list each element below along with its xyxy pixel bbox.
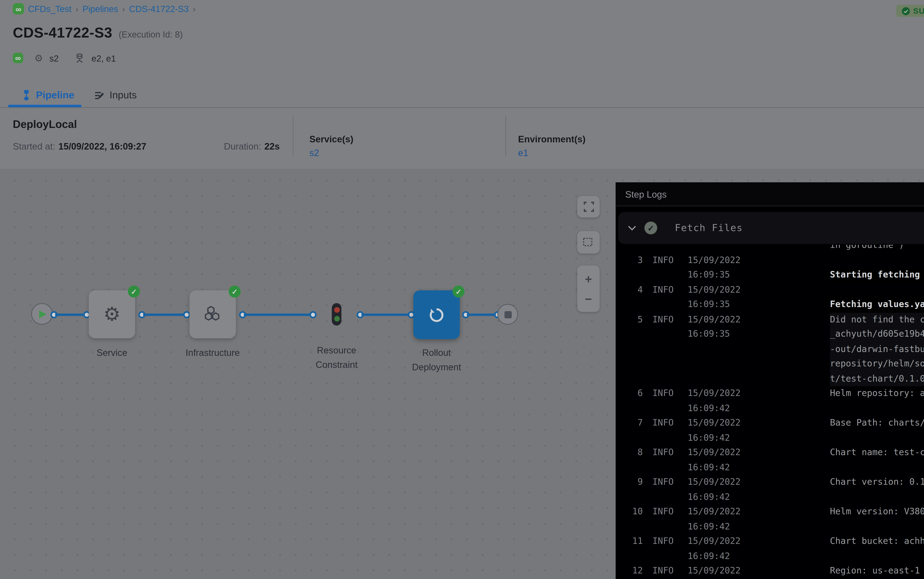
- node-service[interactable]: ⚙ ✓: [89, 290, 135, 339]
- services-block: Service(s) s2: [309, 134, 353, 157]
- log-line: 3INFO15/09/2022 16:09:35Starting fetchin…: [615, 253, 924, 283]
- step-success-icon: ✓: [645, 221, 657, 234]
- divider: [505, 116, 506, 156]
- log-message: Chart version: 0.1.0: [830, 475, 924, 505]
- success-check-icon: ✓: [128, 286, 140, 298]
- log-message: Fetching values.yaml from helm chart rep…: [830, 283, 924, 312]
- node-label-service: Service: [80, 346, 144, 360]
- inputs-icon: [95, 90, 105, 100]
- log-line-number: 4: [625, 283, 643, 312]
- traffic-green-icon: [334, 316, 339, 322]
- log-message-row: [830, 283, 924, 298]
- log-timestamp: 15/09/2022 16:09:42: [687, 475, 787, 505]
- log-message: Did not find the chart and version in lo…: [830, 312, 924, 386]
- zoom-in-button[interactable]: +: [585, 272, 592, 286]
- log-message: Helm version: V380: [830, 505, 924, 534]
- log-message-row: t/test-chart/0.1.0: [830, 371, 924, 386]
- log-line: 9INFO15/09/2022 16:09:42Chart version: 0…: [615, 475, 924, 505]
- log-content[interactable]: in goroutine ) 3INFO15/09/2022 16:09:35S…: [615, 245, 924, 579]
- log-message-row: Base Path: charts/: [830, 416, 924, 431]
- node-label-rollout-deployment: Rollout Deployment: [405, 346, 469, 375]
- environment-link[interactable]: e1: [518, 148, 528, 157]
- environments-block: Environment(s) e1: [518, 134, 586, 157]
- log-line: 5INFO15/09/2022 16:09:35Did not find the…: [615, 312, 924, 386]
- log-level: INFO: [652, 283, 678, 312]
- services-label: Service(s): [309, 134, 353, 144]
- log-level: INFO: [652, 534, 678, 564]
- log-level: INFO: [652, 445, 678, 475]
- end-node[interactable]: [497, 304, 518, 325]
- start-node[interactable]: [31, 303, 53, 325]
- breadcrumb-link[interactable]: CDS-41722-S3: [129, 4, 189, 14]
- step-name: Fetch Files: [675, 222, 743, 234]
- log-timestamp: 15/09/2022 16:09:42: [687, 534, 787, 564]
- node-resource-constraint[interactable]: [332, 303, 341, 325]
- log-message-row: Helm version: V380: [830, 505, 924, 520]
- log-message-row: Fetching values.yaml from helm chart rep…: [830, 298, 924, 312]
- tab-pipeline[interactable]: Pipeline: [21, 90, 74, 101]
- play-icon: [39, 310, 46, 318]
- stage-duration: Duration: 22s: [224, 142, 279, 151]
- log-line-number: 12: [625, 564, 643, 579]
- service-tag: s2: [49, 53, 59, 63]
- stage-started: Started at: 15/09/2022, 16:09:27: [13, 142, 146, 151]
- log-line-number: 7: [625, 416, 643, 445]
- step-row-fetch-files[interactable]: ✓ Fetch Files ↑ ↓ 9s: [618, 212, 924, 244]
- success-check-icon: ✓: [452, 286, 465, 298]
- log-message-row: Starting fetching Helm values: [830, 268, 924, 283]
- log-level: INFO: [652, 505, 678, 534]
- stage-info-bar: DeployLocal Started at: 15/09/2022, 16:0…: [0, 108, 924, 170]
- tab-bar: Pipeline Inputs Console View: [0, 83, 924, 108]
- stop-icon: [504, 311, 511, 318]
- log-line-number: 9: [625, 475, 643, 505]
- node-infrastructure[interactable]: ✓: [189, 290, 236, 339]
- log-timestamp: 15/09/2022 16:09:42: [687, 505, 787, 534]
- chevron-down-icon: [628, 225, 637, 231]
- select-region-button[interactable]: [577, 231, 600, 254]
- connector-dot: [309, 311, 317, 318]
- log-line: 8INFO15/09/2022 16:09:42Chart name: test…: [615, 445, 924, 475]
- log-level: INFO: [652, 253, 678, 283]
- active-tab-underline: [8, 105, 82, 107]
- service-gear-icon: ⚙: [34, 53, 43, 63]
- gear-icon: ⚙: [103, 303, 121, 325]
- log-timestamp: 15/09/2022 16:09:35: [687, 283, 787, 312]
- log-timestamp: 15/09/2022 16:09:35: [687, 253, 787, 283]
- log-timestamp: 15/09/2022 16:09:42: [687, 564, 787, 579]
- log-line: 4INFO15/09/2022 16:09:35Fetching values.…: [615, 283, 924, 312]
- fullscreen-button[interactable]: [577, 196, 600, 218]
- log-line-number: 3: [625, 253, 643, 283]
- log-line: 10INFO15/09/2022 16:09:42Helm version: V…: [615, 505, 924, 534]
- log-line: 7INFO15/09/2022 16:09:42Base Path: chart…: [615, 416, 924, 445]
- environment-tag: e2, e1: [91, 53, 116, 63]
- success-check-icon: [902, 7, 910, 15]
- breadcrumb-link[interactable]: Pipelines: [82, 4, 118, 14]
- log-level: INFO: [652, 312, 678, 386]
- log-timestamp: 15/09/2022 16:09:42: [687, 386, 787, 416]
- log-timestamp: 15/09/2022 16:09:42: [687, 416, 787, 445]
- log-level: INFO: [652, 564, 678, 579]
- connector: [244, 314, 311, 316]
- log-line-number: 10: [625, 505, 643, 534]
- zoom-out-button[interactable]: −: [585, 292, 592, 306]
- log-line-number: 6: [625, 386, 643, 416]
- connector-dot: [183, 311, 190, 318]
- node-label-infrastructure: Infrastructure: [173, 346, 253, 360]
- log-message-row: Region: us-east-1: [830, 564, 924, 579]
- traffic-red-icon: [334, 307, 339, 312]
- node-rollout-deployment[interactable]: ✓: [413, 290, 460, 339]
- log-highlight-chip: Starting fetching Helm values: [827, 268, 924, 283]
- log-message-row: Did not find the chart and version in lo…: [830, 312, 924, 327]
- breadcrumb-link[interactable]: CFDs_Test: [28, 4, 71, 14]
- environment-icon: [75, 53, 85, 63]
- service-link[interactable]: s2: [309, 148, 319, 157]
- app-window: ∞ CFDs_Test›Pipelines›CDS-41722-S3› CDS-…: [0, 0, 924, 579]
- status-badge: SUCCESS: [896, 5, 924, 17]
- log-highlight-chip: Fetching values.yaml from helm chart rep…: [827, 298, 924, 312]
- step-logs-panel: Step Logs Console View ✓ Fetch Files: [615, 182, 924, 579]
- breadcrumb-separator: ›: [193, 4, 196, 14]
- tab-inputs[interactable]: Inputs: [95, 90, 137, 101]
- log-timestamp: 15/09/2022 16:09:42: [687, 445, 787, 475]
- log-message: Starting fetching Helm values: [830, 253, 924, 283]
- log-line-number: 5: [625, 312, 643, 386]
